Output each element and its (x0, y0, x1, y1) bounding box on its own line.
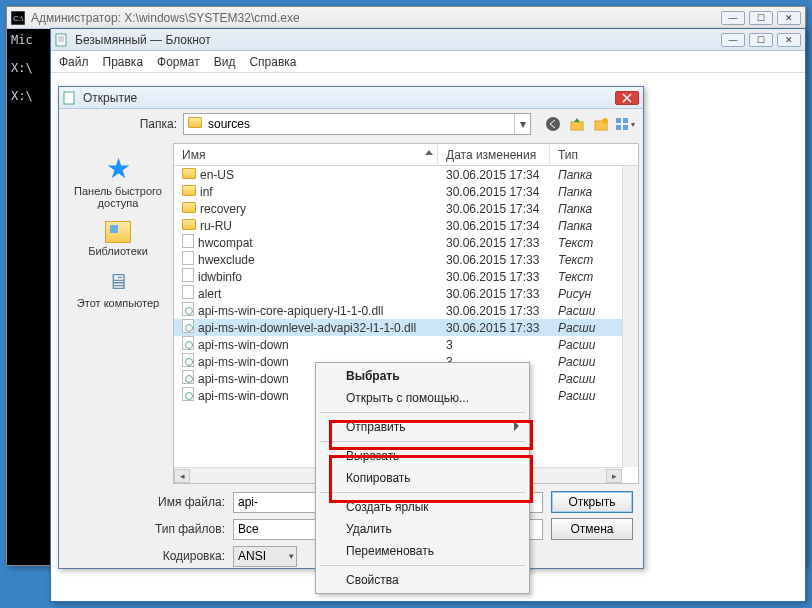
file-type: Рисун (550, 287, 608, 301)
menu-format[interactable]: Формат (157, 55, 200, 69)
column-date[interactable]: Дата изменения (438, 144, 550, 165)
context-menu-item[interactable]: Копировать (318, 467, 527, 489)
file-row[interactable]: ru-RU30.06.2015 17:34Папка (174, 217, 622, 234)
file-date: 30.06.2015 17:33 (438, 321, 550, 335)
file-row[interactable]: inf30.06.2015 17:34Папка (174, 183, 622, 200)
folder-icon (182, 219, 196, 233)
nav-back-button[interactable] (543, 114, 563, 134)
cmd-close-button[interactable]: ✕ (777, 11, 801, 25)
file-row[interactable]: api-ms-win-down3Расши (174, 336, 622, 353)
dll-icon (182, 370, 194, 387)
file-row[interactable]: recovery30.06.2015 17:34Папка (174, 200, 622, 217)
nav-up-button[interactable] (567, 114, 587, 134)
dll-icon (182, 353, 194, 370)
submenu-arrow-icon (514, 421, 519, 431)
folder-icon (182, 168, 196, 182)
menu-edit[interactable]: Правка (103, 55, 144, 69)
svg-rect-15 (616, 125, 621, 130)
file-date: 3 (438, 338, 550, 352)
column-type[interactable]: Тип (550, 144, 608, 165)
file-type: Папка (550, 168, 608, 182)
svg-rect-10 (571, 122, 583, 130)
open-dialog-icon (63, 91, 77, 105)
file-type: Папка (550, 219, 608, 233)
file-name: hwcompat (198, 236, 253, 250)
file-icon (182, 285, 194, 302)
file-type: Расши (550, 372, 608, 386)
cmd-maximize-button[interactable]: ☐ (749, 11, 773, 25)
notepad-maximize-button[interactable]: ☐ (749, 33, 773, 47)
file-row[interactable]: api-ms-win-downlevel-advapi32-l1-1-0.dll… (174, 319, 622, 336)
open-dialog-titlebar[interactable]: Открытие (59, 87, 643, 109)
menu-view[interactable]: Вид (214, 55, 236, 69)
file-name: idwbinfo (198, 270, 242, 284)
open-dialog-close-button[interactable] (615, 91, 639, 105)
context-menu-item[interactable]: Отправить (318, 416, 527, 438)
sidebar-item-libraries[interactable]: Библиотеки (63, 217, 173, 261)
svg-rect-2 (56, 34, 66, 46)
encoding-dropdown[interactable]: ANSI▾ (233, 546, 297, 567)
scroll-right-button[interactable]: ▸ (606, 469, 622, 483)
file-icon (182, 234, 194, 251)
nav-views-button[interactable]: ▾ (615, 114, 635, 134)
context-menu-item[interactable]: Переименовать (318, 540, 527, 562)
sidebar-item-quick-access[interactable]: ★ Панель быстрого доступа (63, 151, 173, 213)
file-row[interactable]: en-US30.06.2015 17:34Папка (174, 166, 622, 183)
context-menu-item[interactable]: Выбрать (318, 365, 527, 387)
context-menu: ВыбратьОткрыть с помощью...ОтправитьВыре… (315, 362, 530, 594)
folder-dropdown[interactable]: sources ▾ (183, 113, 531, 135)
folder-icon (188, 117, 204, 131)
cmd-minimize-button[interactable]: ― (721, 11, 745, 25)
sort-ascending-icon (425, 150, 433, 155)
file-date: 30.06.2015 17:33 (438, 287, 550, 301)
file-name: api-ms-win-down (198, 355, 289, 369)
file-name: alert (198, 287, 221, 301)
cmd-title: Администратор: X:\windows\SYSTEM32\cmd.e… (31, 11, 300, 25)
file-type: Папка (550, 202, 608, 216)
notepad-titlebar[interactable]: Безымянный — Блокнот ― ☐ ✕ (51, 29, 805, 51)
notepad-close-button[interactable]: ✕ (777, 33, 801, 47)
file-name: en-US (200, 168, 234, 182)
file-type: Расши (550, 338, 608, 352)
dll-icon (182, 302, 194, 319)
svg-rect-14 (623, 118, 628, 123)
svg-rect-6 (64, 92, 74, 104)
notepad-icon (55, 33, 69, 47)
scroll-left-button[interactable]: ◂ (174, 469, 190, 483)
file-row[interactable]: idwbinfo30.06.2015 17:33Текст (174, 268, 622, 285)
file-date: 30.06.2015 17:33 (438, 270, 550, 284)
menu-help[interactable]: Справка (249, 55, 296, 69)
column-name[interactable]: Имя (174, 144, 438, 165)
chevron-down-icon: ▾ (289, 551, 294, 561)
context-menu-item[interactable]: Удалить (318, 518, 527, 540)
file-name: api-ms-win-down (198, 389, 289, 403)
svg-rect-13 (616, 118, 621, 123)
file-name: api-ms-win-downlevel-advapi32-l1-1-0.dll (198, 321, 416, 335)
file-icon (182, 251, 194, 268)
open-button[interactable]: Открыть (551, 491, 633, 513)
context-menu-item[interactable]: Вырезать (318, 445, 527, 467)
menu-separator (320, 412, 525, 413)
cmd-titlebar[interactable]: C:\ Администратор: X:\windows\SYSTEM32\c… (7, 7, 805, 29)
cancel-button[interactable]: Отмена (551, 518, 633, 540)
context-menu-item[interactable]: Свойства (318, 569, 527, 591)
context-menu-item[interactable]: Открыть с помощью... (318, 387, 527, 409)
nav-newfolder-button[interactable] (591, 114, 611, 134)
file-row[interactable]: api-ms-win-core-apiquery-l1-1-0.dll30.06… (174, 302, 622, 319)
file-date: 30.06.2015 17:33 (438, 253, 550, 267)
vertical-scrollbar[interactable] (622, 166, 638, 467)
libraries-icon (65, 221, 171, 243)
file-name: hwexclude (198, 253, 255, 267)
filetype-label: Тип файлов: (69, 522, 225, 536)
file-date: 30.06.2015 17:34 (438, 185, 550, 199)
context-menu-item[interactable]: Создать ярлык (318, 496, 527, 518)
file-row[interactable]: hwexclude30.06.2015 17:33Текст (174, 251, 622, 268)
file-row[interactable]: hwcompat30.06.2015 17:33Текст (174, 234, 622, 251)
dll-icon (182, 319, 194, 336)
file-row[interactable]: alert30.06.2015 17:33Рисун (174, 285, 622, 302)
file-type: Расши (550, 355, 608, 369)
file-name: recovery (200, 202, 246, 216)
notepad-minimize-button[interactable]: ― (721, 33, 745, 47)
menu-file[interactable]: Файл (59, 55, 89, 69)
sidebar-item-this-pc[interactable]: 🖥 Этот компьютер (63, 265, 173, 313)
